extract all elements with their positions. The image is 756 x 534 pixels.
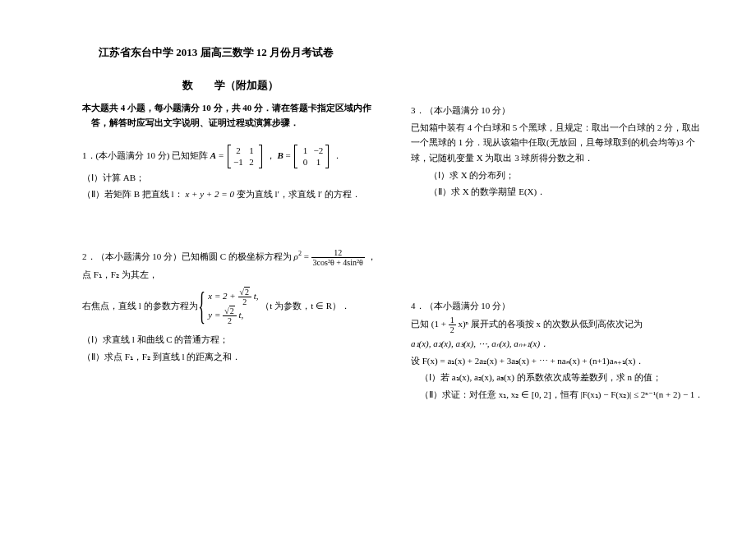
p3-part1: （Ⅰ）求 X 的分布列； (429, 168, 707, 183)
p3-line1: 已知箱中装有 4 个白球和 5 个黑球，且规定：取出一个白球的 2 分，取出一个… (411, 120, 707, 166)
p2-sqrt2a: 2 (244, 287, 250, 297)
content-columns: 数 学（附加题） 本大题共 4 小题，每小题满分 10 分，共 40 分．请在答… (82, 78, 715, 449)
exam-subtitle: 数 学（附加题） (82, 78, 378, 93)
p1-part2: （Ⅱ）若矩阵 B 把直线 l： x + y + 2 = 0 变为直线 l′，求直… (82, 186, 378, 202)
right-column: 3．（本小题满分 10 分） 已知箱中装有 4 个白球和 5 个黑球，且规定：取… (411, 78, 707, 449)
p2-den2b: 2 (223, 316, 237, 325)
p2-num: 12 (311, 248, 365, 258)
p4-line1a: 已知 (1 + (411, 319, 449, 329)
p1-head: 1．(本小题满分 10 分) 已知矩阵 (82, 150, 210, 160)
b11: 1 (298, 145, 311, 156)
p1-part2b: 变为直线 l′，求直线 l′ 的方程． (237, 189, 361, 199)
p4-frac-den: 2 (449, 325, 456, 334)
exam-title: 江苏省东台中学 2013 届高三数学 12 月份月考试卷 (99, 45, 715, 60)
p1-eq1: = (219, 150, 226, 160)
matrix-b-label: B (277, 150, 283, 160)
p1-part2-eq: x + y + 2 = 0 (185, 189, 234, 199)
p4-head: 4．（本小题满分 10 分） (411, 298, 707, 314)
problem-1: 1．(本小题满分 10 分) 已知矩阵 A = 21 −12 ， B = 1−2… (82, 145, 378, 202)
problem-2: 2．（本小题满分 10 分）已知椭圆 C 的极坐标方程为 ρ2 = 12 3co… (82, 248, 378, 364)
p4-part1: （Ⅰ）若 a₁(x), a₂(x), a₃(x) 的系数依次成等差数列，求 n … (420, 370, 707, 385)
p1-eq2: = (285, 150, 293, 160)
instructions: 本大题共 4 小题，每小题满分 10 分，共 40 分．请在答题卡指定区域内作答… (82, 101, 378, 130)
p4-frac-num: 1 (449, 315, 456, 325)
p2-sys-tail: （t 为参数，t ∈ R）． (260, 300, 350, 310)
a11: 2 (232, 145, 245, 156)
matrix-b: 1−2 01 (294, 145, 329, 168)
p2-sqrt2b: 2 (229, 306, 235, 315)
matrix-a-label: A (210, 150, 216, 160)
a12: 1 (245, 145, 258, 156)
p2-frac2: 2 2 (223, 306, 237, 325)
a21: −1 (232, 156, 245, 168)
p1-part1: （Ⅰ）计算 AB； (82, 170, 378, 186)
p2-fraction: 12 3cos²θ + 4sin²θ (311, 248, 365, 267)
p1-period: ． (333, 150, 342, 160)
left-column: 数 学（附加题） 本大题共 4 小题，每小题满分 10 分，共 40 分．请在答… (82, 78, 378, 449)
p2-line2a: 右焦点，直线 l 的参数方程为 (82, 300, 200, 310)
a22: 2 (245, 156, 258, 168)
p2-eq: = (304, 251, 311, 261)
p2-sys1b: t, (254, 291, 259, 301)
p2-sys2: y = (208, 310, 223, 320)
p2-param-system: x = 2 + 2 2 t, y = 2 2 t, (200, 288, 258, 325)
p2-part1: （Ⅰ）求直线 l 和曲线 C 的普通方程； (82, 332, 378, 348)
p2-head: 2．（本小题满分 10 分）已知椭圆 C 的极坐标方程为 (82, 251, 294, 261)
p2-sys2b: t, (238, 310, 243, 320)
problem-4: 4．（本小题满分 10 分） 已知 (1 + 1 2 x)ⁿ 展开式的各项按 x… (411, 298, 707, 402)
matrix-a: 21 −12 (228, 145, 262, 168)
b22: 1 (311, 156, 325, 168)
p4-part2: （Ⅱ）求证：对任意 x₁, x₂ ∈ [0, 2]，恒有 |F(x₁) − F(… (420, 387, 707, 403)
p2-den2a: 2 (238, 297, 252, 306)
p2-frac1: 2 2 (238, 288, 252, 306)
problem-3: 3．（本小题满分 10 分） 已知箱中装有 4 个白球和 5 个黑球，且规定：取… (411, 103, 707, 200)
p4-line3: 设 F(x) = a₁(x) + 2a₂(x) + 3a₃(x) + ⋯ + n… (411, 353, 707, 369)
p1-part2a: （Ⅱ）若矩阵 B 把直线 l： (82, 189, 183, 199)
p1-comma: ， (266, 150, 275, 160)
p3-part2: （Ⅱ）求 X 的数学期望 E(X)． (429, 184, 707, 200)
p3-head: 3．（本小题满分 10 分） (411, 103, 707, 118)
p4-frac: 1 2 (449, 315, 456, 334)
sqrt-icon: 2 (224, 306, 235, 315)
p4-line2: a₁(x), a₂(x), a₃(x), ⋯, aₙ(x), aₙ₊₁(x)． (411, 336, 707, 352)
p4-line1b: x)ⁿ 展开式的各项按 x 的次数从低到高依次记为 (458, 319, 642, 329)
b12: −2 (311, 145, 325, 156)
b21: 0 (298, 156, 311, 168)
p2-part2: （Ⅱ）求点 F₁，F₂ 到直线 l 的距离之和． (82, 349, 378, 365)
sqrt-icon: 2 (240, 288, 251, 297)
p2-den: 3cos²θ + 4sin²θ (311, 258, 365, 267)
p2-sys1: x = 2 + (208, 291, 237, 301)
